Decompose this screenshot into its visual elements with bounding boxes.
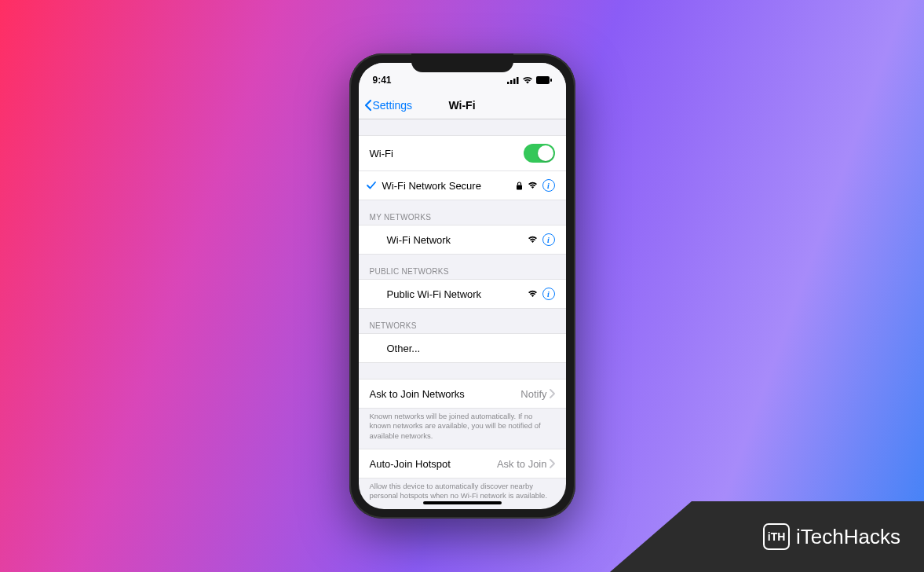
content: Wi-Fi Wi-Fi Network Secure i MY NETWORKS: [359, 135, 566, 509]
watermark-logo: iTH: [763, 523, 790, 550]
status-indicators: [507, 76, 552, 84]
phone-frame: 9:41 Settings Wi-Fi Wi-Fi: [349, 53, 575, 519]
home-indicator[interactable]: [423, 501, 502, 504]
info-icon[interactable]: i: [542, 233, 555, 246]
nav-bar: Settings Wi-Fi: [359, 91, 566, 119]
auto-hotspot-group: Auto-Join Hotspot Ask to Join: [359, 449, 566, 478]
lock-icon: [516, 182, 523, 190]
auto-hotspot-value: Ask to Join: [497, 458, 547, 470]
ask-join-row[interactable]: Ask to Join Networks Notify: [359, 380, 566, 408]
chevron-left-icon: [363, 99, 373, 112]
ask-join-value: Notify: [520, 388, 546, 400]
svg-rect-3: [517, 77, 519, 84]
ask-join-label: Ask to Join Networks: [370, 388, 521, 400]
auto-hotspot-label: Auto-Join Hotspot: [370, 458, 497, 470]
svg-rect-5: [550, 79, 552, 82]
network-row[interactable]: Wi-Fi Network i: [359, 226, 566, 254]
network-name: Public Wi-Fi Network: [387, 288, 528, 300]
battery-icon: [536, 76, 552, 84]
networks-header: NETWORKS: [359, 309, 566, 333]
network-row[interactable]: Public Wi-Fi Network i: [359, 280, 566, 308]
connected-network-name: Wi-Fi Network Secure: [382, 180, 516, 192]
svg-rect-2: [513, 79, 516, 84]
wifi-strength-icon: [528, 182, 538, 189]
ask-join-footer: Known networks will be joined automatica…: [359, 409, 566, 449]
screen: 9:41 Settings Wi-Fi Wi-Fi: [359, 63, 566, 509]
wifi-icon: [522, 76, 533, 84]
wifi-group: Wi-Fi Wi-Fi Network Secure i: [359, 135, 566, 200]
watermark: iTH iTechHacks: [610, 501, 924, 572]
info-icon[interactable]: i: [542, 179, 555, 192]
chevron-right-icon: [549, 459, 555, 468]
back-label: Settings: [373, 99, 413, 112]
signal-icon: [507, 76, 519, 84]
back-button[interactable]: Settings: [359, 99, 413, 112]
svg-rect-6: [517, 185, 522, 189]
other-label: Other...: [387, 343, 555, 354]
notch: [411, 53, 513, 72]
svg-rect-4: [536, 76, 550, 84]
public-networks-header: PUBLIC NETWORKS: [359, 255, 566, 279]
other-network-row[interactable]: Other...: [359, 334, 566, 362]
wifi-toggle[interactable]: [524, 144, 555, 163]
my-networks-header: MY NETWORKS: [359, 200, 566, 225]
wifi-toggle-row[interactable]: Wi-Fi: [359, 136, 566, 171]
wifi-toggle-label: Wi-Fi: [370, 148, 524, 160]
checkmark-icon: [365, 180, 378, 191]
svg-rect-0: [507, 82, 509, 84]
status-time: 9:41: [373, 75, 392, 86]
watermark-brand: iTechHacks: [796, 525, 900, 549]
ask-join-group: Ask to Join Networks Notify: [359, 379, 566, 409]
other-networks-group: Other...: [359, 333, 566, 363]
info-icon[interactable]: i: [542, 288, 555, 300]
wifi-strength-icon: [528, 236, 538, 244]
wifi-strength-icon: [528, 290, 538, 298]
nav-title: Wi-Fi: [448, 99, 475, 112]
auto-hotspot-row[interactable]: Auto-Join Hotspot Ask to Join: [359, 449, 566, 478]
my-networks-group: Wi-Fi Network i: [359, 225, 566, 255]
connected-network-row[interactable]: Wi-Fi Network Secure i: [359, 171, 566, 200]
chevron-right-icon: [549, 389, 555, 398]
public-networks-group: Public Wi-Fi Network i: [359, 279, 566, 309]
svg-rect-1: [510, 80, 513, 84]
network-name: Wi-Fi Network: [387, 234, 528, 246]
